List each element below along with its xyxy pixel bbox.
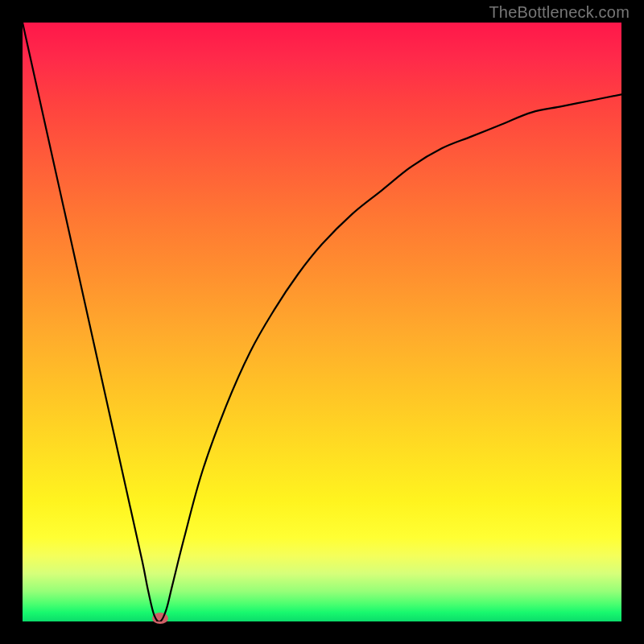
- chart-frame: TheBottleneck.com: [0, 0, 644, 644]
- plot-area: [23, 23, 621, 621]
- watermark-text: TheBottleneck.com: [489, 3, 630, 22]
- bottleneck-curve: [23, 23, 621, 621]
